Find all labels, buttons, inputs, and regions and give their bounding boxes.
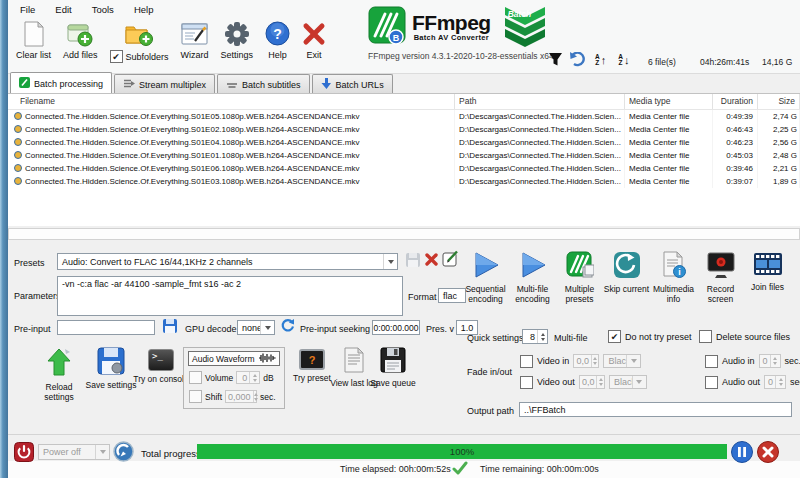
audio-out-checkbox[interactable]	[705, 376, 718, 389]
menu-help[interactable]: Help	[124, 1, 164, 18]
col-size[interactable]: Size	[758, 94, 800, 109]
gpu-refresh-icon[interactable]	[280, 318, 295, 335]
clear-list-icon	[23, 20, 45, 47]
table-row[interactable]: Connected.The.Hidden.Science.Of.Everythi…	[8, 175, 800, 188]
table-row[interactable]: Connected.The.Hidden.Science.Of.Everythi…	[8, 162, 800, 175]
spinner-down-icon[interactable]	[541, 338, 545, 341]
spinner-up-icon[interactable]	[773, 357, 777, 360]
preset-select[interactable]: Audio: Convert to FLAC 16/44,1KHz 2 chan…	[57, 253, 398, 270]
audio-out-stepper[interactable]: 0	[764, 375, 786, 389]
try-on-console-button[interactable]: >_ Try on console	[132, 349, 190, 385]
spinner-down-icon[interactable]	[599, 383, 603, 386]
spinner-down-icon[interactable]	[254, 398, 258, 401]
menu-edit[interactable]: Edit	[45, 1, 81, 18]
do-not-try-preset-checkbox[interactable]: ✔	[608, 330, 621, 343]
col-duration[interactable]: Duration	[713, 94, 758, 109]
skip-current-button[interactable]: Skip current	[603, 251, 650, 304]
exit-button[interactable]: Exit	[296, 18, 332, 62]
audio-out-label: Audio out	[722, 377, 760, 387]
multi-file-encoding-button[interactable]: Multi-file encoding	[509, 251, 556, 304]
edit-preset-icon[interactable]	[442, 250, 459, 269]
video-in-checkbox[interactable]	[520, 355, 533, 368]
save-queue-button[interactable]: Save queue	[364, 347, 422, 389]
delete-preset-icon[interactable]	[424, 252, 439, 269]
spinner-down-icon[interactable]	[253, 379, 257, 382]
exit-label: Exit	[307, 50, 322, 60]
join-files-button[interactable]: Join files	[744, 251, 791, 304]
spinner-up-icon[interactable]	[599, 378, 603, 381]
wizard-button[interactable]: Wizard	[175, 18, 215, 62]
video-out-stepper[interactable]: 0,0	[579, 375, 605, 389]
sort-az-asc-icon[interactable]: AZ↑	[595, 54, 606, 66]
save-preset-icon[interactable]	[405, 252, 421, 270]
volume-stepper[interactable]: 0	[236, 371, 260, 384]
spinner-up-icon[interactable]	[254, 393, 258, 396]
menu-file[interactable]: File	[10, 1, 45, 18]
pre-input-field[interactable]	[57, 320, 155, 335]
sort-az-desc-icon[interactable]: AZ↓	[618, 54, 629, 66]
volume-checkbox[interactable]	[189, 371, 202, 384]
tab-batch-urls[interactable]: Batch URLs	[312, 74, 393, 93]
fade-label: Fade in/out	[467, 367, 512, 377]
multi-file-encoding-icon	[519, 251, 547, 281]
save-pre-input-icon[interactable]	[162, 318, 178, 336]
table-row[interactable]: Connected.The.Hidden.Science.Of.Everythi…	[8, 149, 800, 162]
table-row[interactable]: Connected.The.Hidden.Science.Of.Everythi…	[8, 123, 800, 136]
help-icon: ?	[265, 20, 290, 47]
audio-in-stepper[interactable]: 0	[759, 354, 781, 368]
sequential-encoding-button[interactable]: Sequential encoding	[462, 251, 509, 304]
video-out-checkbox[interactable]	[520, 376, 533, 389]
spinner-down-icon[interactable]	[593, 362, 597, 365]
list-scrollbar[interactable]	[8, 228, 800, 240]
video-in-color-select[interactable]: Black	[603, 354, 641, 368]
col-path[interactable]: Path	[455, 94, 625, 109]
total-progress-label: Total progress	[141, 448, 201, 459]
settings-button[interactable]: Settings	[215, 18, 260, 62]
cell-media-type: Media Center file	[625, 149, 713, 162]
audio-waveform-button[interactable]: Audio Waveform	[188, 351, 280, 366]
format-label: Format	[408, 292, 437, 302]
cancel-icon[interactable]	[757, 441, 779, 463]
spinner-up-icon[interactable]	[593, 357, 597, 360]
video-out-color-select[interactable]: Black	[609, 375, 647, 389]
multimedia-info-button[interactable]: i Multimedia info	[650, 251, 697, 304]
spinner-up-icon[interactable]	[779, 378, 783, 381]
shift-stepper[interactable]: 0,000	[225, 390, 257, 403]
clear-list-button[interactable]: Clear list	[10, 18, 57, 62]
col-filename[interactable]: Filename	[8, 94, 455, 109]
spinner-down-icon[interactable]	[779, 383, 783, 386]
filter-funnel-icon[interactable]	[548, 52, 563, 69]
shift-checkbox[interactable]	[189, 390, 202, 403]
subfolders-checkbox[interactable]: ✔	[110, 50, 123, 63]
multi-file-stepper[interactable]: 8	[522, 329, 548, 344]
add-files-button[interactable]: Add files	[57, 18, 104, 62]
action-label: Multiple presets	[556, 285, 603, 304]
tab-batch-processing[interactable]: Batch processing	[10, 72, 112, 93]
reload-settings-button[interactable]: Reload settings	[30, 347, 88, 402]
multiple-presets-button[interactable]: Multiple presets	[556, 251, 603, 304]
shutdown-options-icon[interactable]	[113, 441, 134, 462]
progress-percent: 100%	[450, 446, 474, 457]
tab-batch-subtitles[interactable]: Batch subtitles	[217, 74, 310, 93]
total-progress-bar: 100%	[197, 444, 727, 459]
table-row[interactable]: Connected.The.Hidden.Science.Of.Everythi…	[8, 110, 800, 123]
spinner-down-icon[interactable]	[773, 362, 777, 365]
menu-tools[interactable]: Tools	[82, 1, 124, 18]
help-button[interactable]: ? Help	[259, 18, 296, 62]
output-path-field[interactable]: ..\FFBatch	[519, 402, 792, 417]
spinner-up-icon[interactable]	[541, 333, 545, 336]
tab-stream-multiplex[interactable]: Stream multiplex	[114, 74, 215, 93]
col-media-type[interactable]: Media type	[625, 94, 713, 109]
pause-icon[interactable]	[731, 441, 753, 463]
audio-in-checkbox[interactable]	[705, 355, 718, 368]
record-screen-button[interactable]: Record screen	[697, 251, 744, 304]
spinner-up-icon[interactable]	[253, 374, 257, 377]
power-off-select[interactable]: Power off	[38, 444, 110, 460]
delete-source-files-checkbox[interactable]	[699, 330, 712, 343]
parameters-input[interactable]: -vn -c:a flac -ar 44100 -sample_fmt s16 …	[57, 276, 403, 316]
video-in-stepper[interactable]: 0,0	[573, 354, 599, 368]
gpu-decode-select[interactable]: none	[237, 320, 275, 335]
undo-sort-icon[interactable]	[569, 52, 586, 69]
pre-input-seeking-field[interactable]: 0:00:00.000	[372, 320, 420, 335]
table-row[interactable]: Connected.The.Hidden.Science.Of.Everythi…	[8, 136, 800, 149]
